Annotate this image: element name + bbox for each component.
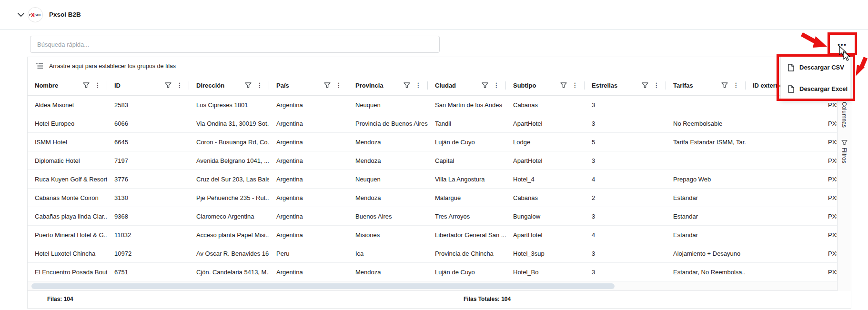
cell-id_externo[interactable]: PXS	[746, 151, 837, 170]
cell-provincia[interactable]: Provincia de Buenos Aires	[348, 114, 428, 132]
cell-pais[interactable]: Argentina	[269, 114, 348, 132]
table-row[interactable]: El Encuentro Posada Bout...6751Cjón. Can…	[28, 263, 837, 281]
menu-item-download-csv[interactable]: Descargar CSV	[781, 57, 850, 78]
cell-direccion[interactable]: Av Oscar R. Benavides 16...	[189, 244, 269, 262]
table-row[interactable]: Hotel Europeo6066Via Ondina 31, 30019 So…	[28, 114, 837, 133]
cell-provincia[interactable]: Mendoza	[348, 133, 428, 151]
cell-subtipo[interactable]: Hotel_Bo	[506, 263, 585, 281]
table-row[interactable]: Puerto Mineral Hotel & G...11032Acceso p…	[28, 226, 837, 244]
cell-nombre[interactable]: Cabañas Monte Coirón	[28, 189, 107, 207]
cell-direccion[interactable]: Cruz del Sur 203, Las Bals...	[189, 170, 269, 188]
cell-pais[interactable]: Argentina	[269, 189, 348, 207]
column-menu-icon[interactable]: ⋮	[654, 82, 660, 89]
cell-tarifas[interactable]: Tarifa Estandar ISMM, Tar...	[666, 133, 746, 151]
cell-pais[interactable]: Peru	[269, 244, 348, 262]
cell-nombre[interactable]: Aldea Misonet	[28, 96, 107, 114]
cell-id[interactable]: 11032	[107, 226, 189, 244]
cell-id_externo[interactable]: PXS	[746, 114, 837, 132]
cell-ciudad[interactable]: Capital	[428, 151, 506, 170]
cell-estrellas[interactable]: 3	[585, 114, 666, 132]
cell-provincia[interactable]: Neuquen	[348, 170, 428, 188]
filter-icon[interactable]	[560, 82, 567, 88]
cell-estrellas[interactable]: 5	[585, 133, 666, 151]
cell-direccion[interactable]: Acceso planta Papel Misi...	[189, 226, 269, 244]
horizontal-scrollbar-thumb[interactable]	[31, 283, 615, 289]
cell-direccion[interactable]: Pje Pehuenche 235 - Rut...	[189, 189, 269, 207]
cell-estrellas[interactable]: 4	[585, 170, 666, 188]
table-row[interactable]: Hotel Luxotel Chincha10972Av Oscar R. Be…	[28, 244, 837, 263]
cell-nombre[interactable]: Diplomatic Hotel	[28, 151, 107, 170]
cell-ciudad[interactable]: Malargue	[428, 189, 506, 207]
cell-id[interactable]: 6066	[107, 114, 189, 132]
cell-nombre[interactable]: Puerto Mineral Hotel & G...	[28, 226, 107, 244]
cell-direccion[interactable]: Coron - Busuanga Rd, Co...	[189, 133, 269, 151]
cell-tarifas[interactable]: Alojamiento + Desayuno	[666, 244, 746, 262]
search-input[interactable]	[30, 36, 440, 53]
table-row[interactable]: Ruca Kuyen Golf & Resort3776Cruz del Sur…	[28, 170, 837, 189]
filter-icon[interactable]	[721, 82, 728, 88]
cell-id[interactable]: 3776	[107, 170, 189, 188]
cell-tarifas[interactable]: Estándar	[666, 189, 746, 207]
cell-id_externo[interactable]: PXS	[746, 170, 837, 188]
filter-icon[interactable]	[324, 82, 331, 88]
cell-ciudad[interactable]: Tres Arroyos	[428, 207, 506, 225]
cell-pais[interactable]: Argentina	[269, 170, 348, 188]
cell-ciudad[interactable]: Tandil	[428, 114, 506, 132]
column-menu-icon[interactable]: ⋮	[572, 82, 578, 89]
cell-ciudad[interactable]: Luján de Cuyo	[428, 133, 506, 151]
column-menu-icon[interactable]: ⋮	[415, 82, 422, 89]
tab-columns[interactable]: Columnas	[841, 102, 848, 128]
column-menu-icon[interactable]: ⋮	[494, 82, 500, 89]
column-menu-icon[interactable]: ⋮	[95, 82, 101, 89]
table-row[interactable]: Aldea Misonet2583Los Cipreses 1801Argent…	[28, 96, 837, 114]
cell-pais[interactable]: Argentina	[269, 133, 348, 151]
cell-direccion[interactable]: Cjón. Candelaria 5413, M...	[189, 263, 269, 281]
filter-icon[interactable]	[165, 82, 172, 88]
cell-pais[interactable]: Argentina	[269, 226, 348, 244]
cell-pais[interactable]: Argentina	[269, 151, 348, 170]
table-row[interactable]: ISMM Hotel6645Coron - Busuanga Rd, Co...…	[28, 133, 837, 151]
cell-provincia[interactable]: Neuquen	[348, 96, 428, 114]
cell-subtipo[interactable]: Hotel_3sup	[506, 244, 585, 262]
cell-ciudad[interactable]: San Martin de los Andes	[428, 96, 506, 114]
filter-icon[interactable]	[642, 82, 648, 88]
cell-id[interactable]: 7197	[107, 151, 189, 170]
cell-tarifas[interactable]: No Reembolsable	[666, 114, 746, 132]
cell-subtipo[interactable]: Cabanas	[506, 189, 585, 207]
table-row[interactable]: Cabañas playa linda Clar...9368Claromeco…	[28, 207, 837, 226]
row-group-dropzone[interactable]: Arrastre aquí para establecer los grupos…	[28, 57, 851, 75]
cell-direccion[interactable]: Claromeco Argentina	[189, 207, 269, 225]
cell-tarifas[interactable]: Estandar, No Reembolsa...	[666, 263, 746, 281]
cell-pais[interactable]: Argentina	[269, 96, 348, 114]
cell-direccion[interactable]: Los Cipreses 1801	[189, 96, 269, 114]
chevron-down-icon[interactable]	[17, 11, 25, 18]
table-row[interactable]: Cabañas Monte Coirón3130Pje Pehuenche 23…	[28, 189, 837, 207]
cell-provincia[interactable]: Ica	[348, 244, 428, 262]
cell-nombre[interactable]: El Encuentro Posada Bout...	[28, 263, 107, 281]
cell-id_externo[interactable]: PXS	[746, 189, 837, 207]
cell-nombre[interactable]: Hotel Europeo	[28, 114, 107, 132]
cell-nombre[interactable]: ISMM Hotel	[28, 133, 107, 151]
table-row[interactable]: Diplomatic Hotel7197Avenida Belgrano 104…	[28, 151, 837, 170]
cell-estrellas[interactable]: 2	[585, 189, 666, 207]
cell-estrellas[interactable]: 4	[585, 226, 666, 244]
tab-filters[interactable]: Filtros	[841, 148, 848, 163]
column-menu-icon[interactable]: ⋮	[336, 82, 342, 89]
column-header[interactable]: Ciudad⋮	[428, 75, 506, 95]
cell-subtipo[interactable]: Hotel_4	[506, 170, 585, 188]
column-header[interactable]: País⋮	[269, 75, 348, 95]
cell-subtipo[interactable]: Bungalow	[506, 207, 585, 225]
cell-ciudad[interactable]: Provincia de Chincha	[428, 244, 506, 262]
cell-ciudad[interactable]: Villa La Angostura	[428, 170, 506, 188]
cell-id_externo[interactable]: PXS	[746, 226, 837, 244]
cell-id[interactable]: 10972	[107, 244, 189, 262]
cell-id_externo[interactable]: PXS	[746, 207, 837, 225]
column-header[interactable]: Provincia⋮	[348, 75, 428, 95]
cell-subtipo[interactable]: ApartHotel	[506, 114, 585, 132]
cell-nombre[interactable]: Hotel Luxotel Chincha	[28, 244, 107, 262]
horizontal-scrollbar[interactable]	[28, 281, 837, 291]
cell-provincia[interactable]: Mendoza	[348, 189, 428, 207]
cell-tarifas[interactable]: Prepago Web	[666, 170, 746, 188]
cell-tarifas[interactable]	[666, 151, 746, 170]
cell-nombre[interactable]: Cabañas playa linda Clar...	[28, 207, 107, 225]
